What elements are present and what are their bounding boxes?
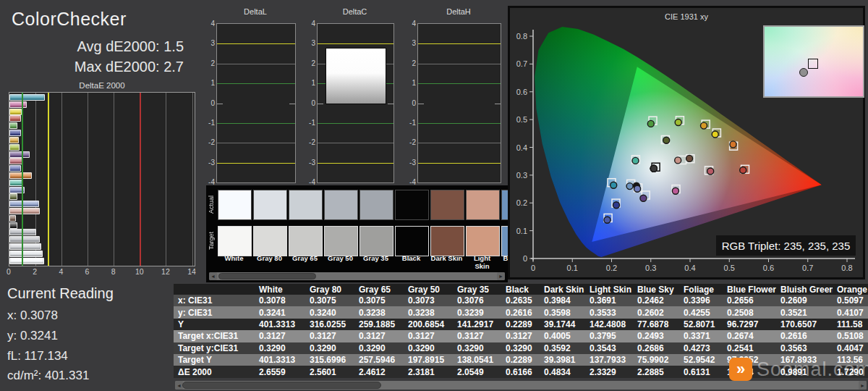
gridline--1 — [418, 123, 501, 124]
x-tick-label: 2 — [27, 267, 42, 276]
deltac-current-bar — [326, 48, 386, 105]
table-cell: Gray 35 — [453, 284, 501, 295]
whitepoint-zoom-inset — [763, 25, 864, 98]
swatch-scrollbar[interactable]: ◄ ► — [209, 272, 505, 280]
y-tick-label: -1 — [204, 119, 215, 127]
table-cell: 401.3313 — [255, 354, 305, 366]
table-cell: 0.3533 — [585, 306, 633, 318]
swatch-actual-gray-50 — [324, 190, 358, 220]
table-cell: 0.2493 — [633, 330, 679, 342]
deltae-bar-dark-skin — [9, 215, 16, 222]
cie-1931-chart-panel: 0 0.1 0.2 0.3 0.4 0.5 0.6 0.7 0.8 0 0.1 … — [508, 6, 865, 279]
table-cell: 0.2602 — [633, 306, 679, 318]
table-cell: Orange — [833, 284, 868, 295]
row-label: y: CIE31 — [174, 306, 255, 318]
table-cell: 0.2289 — [501, 319, 540, 330]
zero-tick — [217, 104, 223, 104]
table-cell: 0.4107 — [833, 306, 868, 318]
deltae-bar-cyan — [9, 94, 45, 101]
table-cell: 259.1885 — [354, 319, 404, 330]
table-cell: 257.5946 — [354, 354, 404, 366]
y-tick-label: -1 — [405, 119, 416, 127]
table-header-row: WhiteGray 80Gray 65Gray 50Gray 35BlackDa… — [174, 284, 868, 295]
gridline--2 — [217, 143, 295, 143]
deltac-chart-title: DeltaC — [317, 7, 393, 16]
table-cell: 315.6996 — [305, 354, 354, 366]
scroll-left-icon[interactable]: ◄ — [209, 272, 217, 280]
table-scrollbar-thumb[interactable] — [182, 382, 381, 389]
table-cell: 0.4047 — [833, 342, 868, 354]
zero-tick — [318, 104, 323, 104]
table-cell: 0.3290 — [354, 342, 404, 354]
table-scrollbar[interactable]: ◄ ► — [175, 381, 867, 390]
swatch-actual-dark-skin — [430, 190, 464, 220]
table-cell: 0.5108 — [833, 330, 868, 342]
gridline-2 — [418, 64, 501, 64]
current-reading-title: Current Reading — [7, 285, 114, 302]
gridline-3 — [318, 43, 393, 44]
watermark-text: Soomal.com — [757, 358, 868, 381]
svg-text:0.1: 0.1 — [516, 227, 527, 235]
swatch-target-gray-50 — [324, 226, 358, 256]
zero-tick — [418, 104, 424, 104]
table-cell: 75.9902 — [633, 354, 679, 366]
table-cell: 0.3075 — [305, 295, 354, 306]
y-tick-label: 2 — [405, 59, 416, 67]
swatch-label: Dark Skin — [430, 254, 463, 262]
table-cell: 2.6559 — [255, 366, 305, 377]
table-cell: 0.4005 — [540, 330, 585, 342]
gridline--3 — [418, 163, 501, 164]
deltae-bar-red — [9, 115, 21, 122]
gridline--2 — [318, 143, 393, 143]
svg-text:0.5: 0.5 — [516, 115, 527, 124]
deltae-bar-blue — [9, 130, 21, 136]
y-tick-label: 4 — [305, 20, 315, 28]
swatch-target-gray-80 — [253, 226, 287, 256]
swatch-label: Gray 50 — [324, 254, 357, 262]
y-tick-label: 1 — [204, 79, 215, 87]
table-cell: 0.3521 — [776, 306, 833, 318]
table-cell: Blue Flower — [723, 284, 776, 295]
swatch-label: Blue Sky — [501, 254, 508, 262]
table-cell: 0.2289 — [501, 354, 540, 366]
x-tick-label: 4 — [54, 267, 68, 276]
table-cell: 0.3239 — [453, 306, 501, 318]
row-label: Target y:CIE31 — [174, 342, 255, 354]
reference-line-3 — [48, 93, 49, 266]
reading-y-value: y: 0.3241 — [7, 329, 58, 343]
x-tick-label: 12 — [158, 267, 173, 276]
row-label: Target x:CIE31 — [174, 330, 255, 342]
table-cell: 200.6854 — [404, 319, 453, 330]
gridline--2 — [418, 143, 501, 143]
y-tick-label: -1 — [305, 119, 315, 127]
y-tick-label: -3 — [305, 159, 315, 167]
table-cell: 52.9542 — [679, 354, 723, 366]
row-label: ΔE 2000 — [174, 366, 255, 377]
svg-text:0.5: 0.5 — [724, 264, 735, 272]
y-tick-label: 3 — [405, 39, 416, 47]
table-cell: 138.0541 — [453, 354, 501, 366]
swatch-scrollbar-thumb[interactable] — [218, 273, 316, 279]
table-cell: 142.4808 — [585, 319, 633, 330]
scroll-right-icon[interactable]: ► — [859, 381, 867, 390]
table-cell: 0.3795 — [585, 330, 633, 342]
deltal-chart: 43210-1-2-3-4 — [216, 23, 296, 183]
gridline-3 — [418, 43, 501, 44]
y-tick-label: 0 — [305, 99, 315, 107]
table-cell: 0.3290 — [501, 342, 540, 354]
table-cell: 0.3371 — [679, 330, 723, 342]
table-cell: 2.5601 — [305, 366, 354, 377]
table-cell: 96.7297 — [723, 319, 776, 330]
table-cell: 0.2541 — [723, 342, 776, 354]
row-label: x: CIE31 — [174, 295, 255, 306]
table-cell: 0.3073 — [404, 295, 453, 306]
reference-line-1 — [22, 93, 23, 266]
table-cell: Light Skin — [585, 284, 633, 295]
y-tick-label: 1 — [305, 79, 315, 87]
swatch-actual-white — [218, 190, 252, 220]
table-cell: 0.3238 — [404, 306, 453, 318]
scroll-right-icon[interactable]: ► — [497, 272, 505, 280]
deltae-bar-gray-50 — [9, 236, 40, 243]
svg-text:0.3: 0.3 — [516, 171, 527, 180]
table-cell: 0.3691 — [585, 295, 633, 306]
